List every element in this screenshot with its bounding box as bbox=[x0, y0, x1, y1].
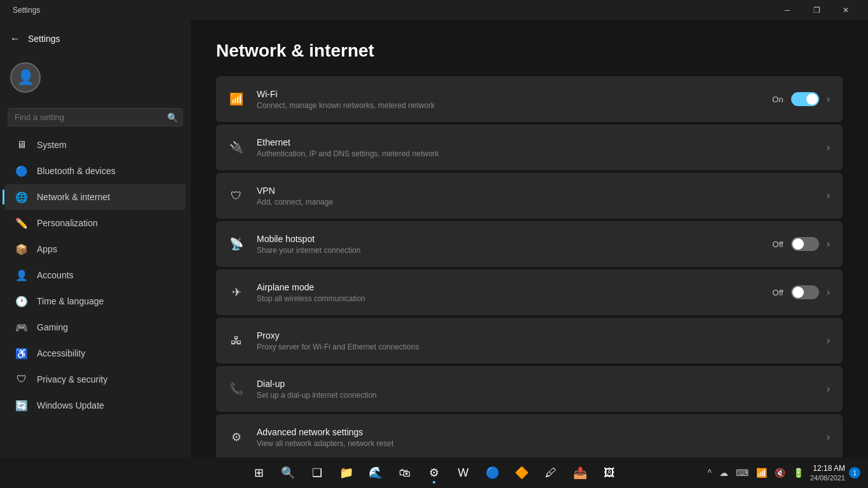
settings-item-advanced[interactable]: ➤ ⚙ Advanced network settings View all n… bbox=[216, 414, 843, 458]
taskbar-app-edge[interactable]: 🌊 bbox=[363, 460, 388, 485]
task-view-button[interactable]: ❑ bbox=[304, 460, 330, 485]
settings-item-vpn[interactable]: 🛡 VPN Add, connect, manage › bbox=[216, 173, 843, 219]
taskbar: ⊞🔍❑📁🌊🛍⚙W🔵🔶🖊📤🖼 ^ ☁ ⌨ 📶 🔇 🔋 12:18 AM 24/08… bbox=[0, 458, 868, 488]
settings-right-airplane: Off› bbox=[773, 285, 830, 299]
toggle-hotspot[interactable] bbox=[791, 237, 819, 251]
close-button[interactable]: ✕ bbox=[831, 0, 860, 20]
settings-item-airplane[interactable]: ✈ Airplane mode Stop all wireless commun… bbox=[216, 269, 843, 315]
sidebar-item-windows-update[interactable]: 🔄 Windows Update bbox=[5, 393, 186, 418]
taskbar-app-chrome[interactable]: 🔵 bbox=[480, 460, 505, 485]
maximize-button[interactable]: ❐ bbox=[802, 0, 831, 20]
tray-battery[interactable]: 🔋 bbox=[790, 466, 806, 479]
nav-label-accounts: Accounts bbox=[37, 270, 175, 280]
nav-label-time: Time & language bbox=[37, 296, 175, 306]
notification-badge[interactable]: 1 bbox=[849, 467, 860, 478]
nav-icon-network: 🌐 bbox=[15, 191, 28, 203]
settings-icon-dialup: 📞 bbox=[229, 381, 244, 396]
sidebar-item-system[interactable]: 🖥 System bbox=[5, 132, 186, 158]
taskbar-app-app10[interactable]: 🖼 bbox=[597, 460, 622, 485]
toggle-airplane[interactable] bbox=[791, 285, 819, 299]
sidebar-header: ← Settings bbox=[0, 28, 191, 55]
settings-text-advanced: Advanced network settings View all netwo… bbox=[257, 427, 814, 448]
avatar: 👤 bbox=[10, 62, 41, 93]
sidebar-item-time[interactable]: 🕐 Time & language bbox=[5, 288, 186, 314]
settings-text-vpn: VPN Add, connect, manage bbox=[257, 186, 814, 207]
taskbar-app-word[interactable]: W bbox=[451, 460, 476, 485]
tray-cloud[interactable]: ☁ bbox=[717, 466, 731, 479]
nav-icon-apps: 📦 bbox=[15, 243, 28, 255]
settings-icon-ethernet: 🔌 bbox=[229, 140, 244, 155]
sidebar-item-network[interactable]: 🌐 Network & internet bbox=[5, 184, 186, 210]
settings-icon-advanced: ⚙ bbox=[229, 430, 244, 445]
tray-chevron[interactable]: ^ bbox=[705, 466, 714, 479]
tray-volume[interactable]: 🔇 bbox=[772, 466, 788, 479]
taskbar-app-explorer[interactable]: 📁 bbox=[334, 460, 359, 485]
nav-label-network: Network & internet bbox=[37, 192, 175, 202]
settings-item-wifi[interactable]: 📶 Wi-Fi Connect, manage known networks, … bbox=[216, 76, 843, 122]
sidebar-item-apps[interactable]: 📦 Apps bbox=[5, 236, 186, 262]
clock[interactable]: 12:18 AM 24/08/2021 bbox=[810, 464, 845, 482]
sidebar: ← Settings 👤 🔍 🖥 System 🔵 Bluetooth & de… bbox=[0, 20, 191, 458]
taskbar-app-burp[interactable]: 🔶 bbox=[509, 460, 534, 485]
sidebar-item-accounts[interactable]: 👤 Accounts bbox=[5, 262, 186, 288]
sidebar-item-personalization[interactable]: ✏️ Personalization bbox=[5, 210, 186, 236]
chevron-advanced: › bbox=[827, 431, 830, 443]
settings-title-dialup: Dial-up bbox=[257, 379, 814, 389]
toggle-label-airplane: Off bbox=[773, 288, 783, 297]
settings-title-ethernet: Ethernet bbox=[257, 137, 814, 147]
settings-subtitle-hotspot: Share your internet connection bbox=[257, 246, 760, 255]
nav-icon-accounts: 👤 bbox=[15, 269, 28, 281]
settings-right-wifi: On› bbox=[772, 92, 830, 106]
settings-item-ethernet[interactable]: 🔌 Ethernet Authentication, IP and DNS se… bbox=[216, 125, 843, 170]
chevron-airplane: › bbox=[827, 287, 830, 298]
tray-wifi[interactable]: 📶 bbox=[754, 466, 770, 479]
settings-subtitle-ethernet: Authentication, IP and DNS settings, met… bbox=[257, 149, 814, 158]
settings-item-hotspot[interactable]: 📡 Mobile hotspot Share your internet con… bbox=[216, 221, 843, 267]
sidebar-item-accessibility[interactable]: ♿ Accessibility bbox=[5, 341, 186, 366]
toggle-wifi[interactable] bbox=[791, 92, 819, 106]
toggle-label-hotspot: Off bbox=[773, 240, 783, 249]
settings-text-ethernet: Ethernet Authentication, IP and DNS sett… bbox=[257, 137, 814, 158]
back-button[interactable]: ← bbox=[10, 33, 20, 44]
app-window: ← Settings 👤 🔍 🖥 System 🔵 Bluetooth & de… bbox=[0, 20, 868, 458]
taskbar-app-app9[interactable]: 📤 bbox=[567, 460, 593, 485]
sidebar-nav: 🖥 System 🔵 Bluetooth & devices 🌐 Network… bbox=[0, 132, 191, 419]
clock-date: 24/08/2021 bbox=[810, 474, 845, 482]
settings-list: 📶 Wi-Fi Connect, manage known networks, … bbox=[216, 76, 843, 458]
settings-subtitle-proxy: Proxy server for Wi-Fi and Ethernet conn… bbox=[257, 342, 814, 351]
settings-text-proxy: Proxy Proxy server for Wi-Fi and Etherne… bbox=[257, 330, 814, 351]
minimize-button[interactable]: ─ bbox=[773, 0, 802, 20]
nav-label-apps: Apps bbox=[37, 244, 175, 254]
tray-keyboard[interactable]: ⌨ bbox=[733, 466, 751, 479]
chevron-hotspot: › bbox=[827, 238, 830, 250]
taskbar-app-store[interactable]: 🛍 bbox=[392, 460, 417, 485]
taskbar-search-button[interactable]: 🔍 bbox=[275, 460, 301, 485]
settings-right-vpn: › bbox=[827, 190, 830, 201]
user-profile: 👤 bbox=[0, 55, 191, 100]
sidebar-item-gaming[interactable]: 🎮 Gaming bbox=[5, 315, 186, 340]
taskbar-center: ⊞🔍❑📁🌊🛍⚙W🔵🔶🖊📤🖼 bbox=[246, 460, 622, 485]
search-input[interactable] bbox=[8, 108, 183, 126]
search-icon[interactable]: 🔍 bbox=[167, 112, 178, 123]
settings-subtitle-wifi: Connect, manage known networks, metered … bbox=[257, 101, 759, 110]
nav-label-bluetooth: Bluetooth & devices bbox=[37, 166, 175, 176]
sidebar-item-bluetooth[interactable]: 🔵 Bluetooth & devices bbox=[5, 158, 186, 184]
titlebar: Settings ─ ❐ ✕ bbox=[0, 0, 868, 20]
settings-right-proxy: › bbox=[827, 335, 830, 346]
settings-subtitle-airplane: Stop all wireless communication bbox=[257, 294, 760, 303]
taskbar-app-settings[interactable]: ⚙ bbox=[421, 460, 447, 485]
settings-subtitle-dialup: Set up a dial-up internet connection bbox=[257, 391, 814, 400]
settings-right-advanced: › bbox=[827, 431, 830, 443]
taskbar-app-app8[interactable]: 🖊 bbox=[538, 460, 564, 485]
start-button[interactable]: ⊞ bbox=[246, 460, 271, 485]
titlebar-controls: ─ ❐ ✕ bbox=[773, 0, 860, 20]
sidebar-item-privacy[interactable]: 🛡 Privacy & security bbox=[5, 367, 186, 392]
settings-right-ethernet: › bbox=[827, 142, 830, 153]
settings-item-dialup[interactable]: 📞 Dial-up Set up a dial-up internet conn… bbox=[216, 366, 843, 412]
nav-icon-personalization: ✏️ bbox=[15, 217, 28, 229]
settings-text-hotspot: Mobile hotspot Share your internet conne… bbox=[257, 234, 760, 255]
taskbar-right: ^ ☁ ⌨ 📶 🔇 🔋 12:18 AM 24/08/2021 1 bbox=[705, 464, 860, 482]
settings-icon-proxy: 🖧 bbox=[229, 333, 244, 348]
settings-item-proxy[interactable]: 🖧 Proxy Proxy server for Wi-Fi and Ether… bbox=[216, 318, 843, 363]
settings-text-airplane: Airplane mode Stop all wireless communic… bbox=[257, 282, 760, 303]
